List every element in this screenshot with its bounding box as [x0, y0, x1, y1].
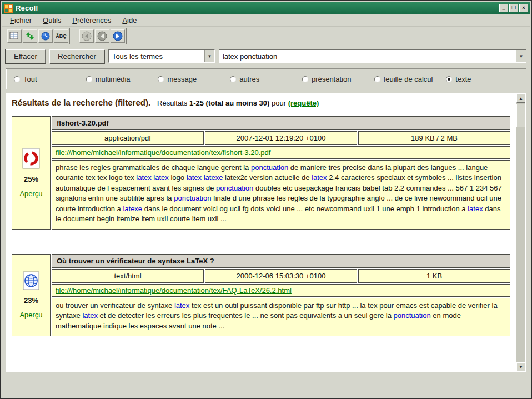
result-spacer [8, 230, 514, 250]
html-icon[interactable] [22, 271, 41, 290]
query-link[interactable]: (requête) [288, 99, 319, 107]
filter-tout[interactable]: Tout [14, 75, 86, 83]
result-date: 2000-12-06 15:03:30 +0100 [205, 269, 357, 283]
result-list: Résultats de la recherche (filtered). Ré… [6, 93, 526, 372]
first-page-icon [82, 31, 92, 41]
menu-preferences[interactable]: Préférences [68, 15, 116, 26]
search-mode-value: Tous les termes [109, 52, 204, 61]
result-row: 25% Aperçu flshort-3.20.pdf application/… [12, 116, 510, 230]
filter-texte[interactable]: texte [446, 75, 518, 83]
result-url-link[interactable]: file:///home/michael/informatique/docume… [56, 286, 292, 295]
result-details: flshort-3.20.pdf application/pdf 2007-12… [52, 116, 510, 230]
menubar: Fichier Outils Préférences Aide [2, 14, 530, 27]
titlebar[interactable]: Recoll _ ❐ × [2, 2, 530, 14]
query-history-chevron-icon[interactable]: ▼ [516, 50, 526, 62]
pdf-icon[interactable] [22, 148, 41, 169]
scrollbar-thumb[interactable] [516, 104, 525, 127]
filter-presentation[interactable]: présentation [302, 75, 374, 83]
result-abstract: phrase les regles grammaticales de chaqu… [52, 160, 510, 230]
radio-icon[interactable] [86, 76, 92, 82]
result-mime: text/html [52, 269, 204, 283]
toolbar: ÂBÇ [2, 27, 530, 45]
filter-message[interactable]: message [158, 75, 230, 83]
preview-link[interactable]: Aperçu [19, 189, 42, 198]
first-page-button[interactable] [79, 29, 94, 43]
result-row: 23% Aperçu Où trouver un vérificateur de… [12, 254, 510, 336]
filter-autres[interactable]: autres [230, 75, 302, 83]
clear-search-icon [9, 32, 19, 41]
previous-page-button[interactable] [95, 29, 109, 43]
radio-icon[interactable] [14, 76, 20, 82]
query-history-button[interactable] [38, 29, 53, 43]
maximize-button[interactable]: ❐ [509, 4, 518, 12]
result-details: Où trouver un vérificateur de syntaxe La… [52, 254, 510, 336]
next-page-button[interactable] [111, 29, 125, 43]
scroll-up-icon[interactable]: ▲ [516, 94, 525, 103]
update-index-button[interactable] [23, 29, 37, 43]
menu-outils[interactable]: Outils [38, 15, 66, 26]
search-button[interactable]: Rechercher [49, 49, 104, 63]
result-size: 1 KB [358, 269, 510, 283]
search-mode-select[interactable]: Tous les termes ▼ [108, 49, 215, 63]
menu-fichier[interactable]: Fichier [6, 15, 36, 26]
chevron-down-icon[interactable]: ▼ [204, 50, 214, 62]
statusbar [2, 372, 530, 398]
filter-feuille-de-calcul[interactable]: feuille de calcul [374, 75, 446, 83]
radio-icon[interactable] [446, 76, 452, 82]
result-side-panel: 25% Aperçu [12, 116, 51, 230]
result-url-link[interactable]: file:///home/michael/informatique/docume… [56, 148, 270, 157]
results-title: Résultats de la recherche (filtered). [12, 98, 150, 107]
update-index-icon [26, 32, 34, 41]
window-title: Recoll [16, 4, 499, 12]
result-size: 189 KB / 2 MB [358, 131, 510, 145]
recoll-app-icon [4, 4, 13, 13]
clock-icon [41, 32, 50, 41]
scroll-down-icon[interactable]: ▼ [516, 362, 525, 371]
radio-icon[interactable] [158, 76, 164, 82]
result-filename: Où trouver un vérificateur de syntaxe La… [52, 254, 510, 268]
clear-search-button[interactable] [7, 29, 22, 43]
result-side-panel: 23% Aperçu [12, 254, 51, 336]
radio-icon[interactable] [374, 76, 380, 82]
close-button[interactable]: × [519, 4, 528, 12]
filter-multimedia[interactable]: multimédia [86, 75, 158, 83]
menu-aide[interactable]: Aide [118, 15, 141, 26]
recoll-window: Recoll _ ❐ × Fichier Outils Préférences … [0, 0, 532, 399]
result-abstract: ou trouver un verificateur de syntaxe la… [52, 298, 510, 336]
results-scrollbar[interactable]: ▲ ▼ [516, 94, 525, 371]
category-filter-bar: Tout multimédia message autres présentat… [6, 68, 526, 89]
result-date: 2007-12-01 12:19:20 +0100 [205, 131, 357, 145]
search-row: Effacer Rechercher Tous les termes ▼ ▼ [6, 49, 526, 63]
relevance-percent: 23% [24, 296, 38, 305]
term-explorer-button[interactable]: ÂBÇ [54, 29, 68, 43]
results-summary: Résultats 1-25 (total au moins 30) pour … [157, 99, 319, 107]
result-filename: flshort-3.20.pdf [52, 116, 510, 130]
preview-link[interactable]: Aperçu [19, 311, 42, 319]
result-mime: application/pdf [52, 131, 204, 145]
arrow-left-icon [97, 31, 107, 41]
radio-icon[interactable] [230, 76, 236, 82]
toolbar-main-group: ÂBÇ [6, 28, 70, 44]
clear-button[interactable]: Effacer [6, 49, 46, 63]
relevance-percent: 25% [24, 175, 38, 183]
arrow-right-icon [113, 31, 123, 41]
term-explorer-icon: ÂBÇ [56, 33, 67, 39]
results-header: Résultats de la recherche (filtered). Ré… [8, 96, 514, 112]
search-input[interactable] [219, 50, 516, 62]
query-combo: ▼ [219, 49, 526, 63]
toolbar-nav-group [78, 28, 127, 44]
minimize-button[interactable]: _ [499, 4, 508, 12]
radio-icon[interactable] [302, 76, 308, 82]
